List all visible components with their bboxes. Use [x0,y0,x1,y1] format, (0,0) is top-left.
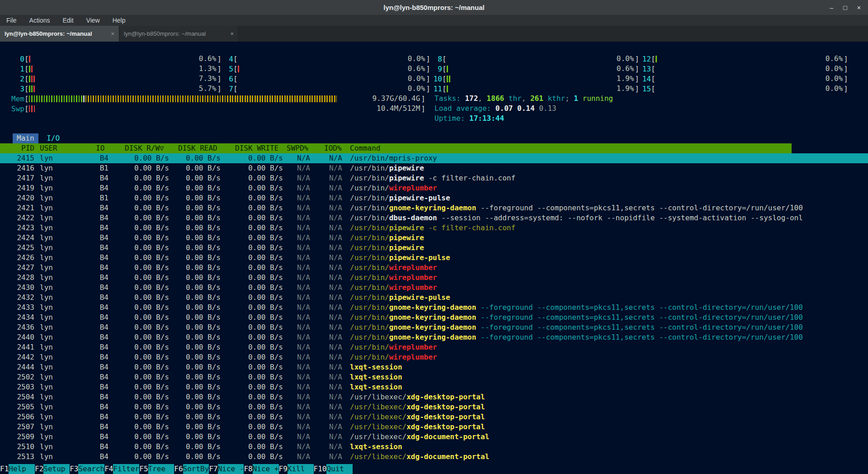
column-header-iod[interactable]: IOD% [324,143,342,153]
terminal-htop[interactable]: 0[0.6%]4[0.0%]8[0.0%]12[0.6%]1[1.3%]5[0.… [0,42,868,474]
htop-tab-io[interactable]: I/O [42,133,64,143]
iod-pct: N/A [306,352,342,362]
process-row-2425[interactable]: 2425lynB40.00 B/s0.00 B/s0.00 B/sN/AN/A/… [0,243,868,253]
tasks-summary: Tasks: 172, 1866 thr, 261 kthr; 1 runnin… [434,94,613,104]
user: lyn [40,153,80,163]
process-row-2424[interactable]: 2424lynB40.00 B/s0.00 B/s0.00 B/sN/AN/A/… [0,233,868,243]
process-row-2420[interactable]: 2420lynB10.00 B/s0.00 B/s0.00 B/sN/AN/A/… [0,193,868,203]
process-row-2428[interactable]: 2428lynB40.00 B/s0.00 B/s0.00 B/sN/AN/A/… [0,273,868,283]
process-row-2434[interactable]: 2434lynB40.00 B/s0.00 B/s0.00 B/sN/AN/A/… [0,313,868,322]
process-row-2433[interactable]: 2433lynB40.00 B/s0.00 B/s0.00 B/sN/AN/A/… [0,303,868,313]
process-row-2509[interactable]: 2509lynB40.00 B/s0.00 B/s0.00 B/sN/AN/A/… [0,432,868,442]
column-header-cmd[interactable]: Command [350,143,380,153]
menu-item-edit[interactable]: Edit [62,17,73,24]
user: lyn [40,193,80,203]
fn-key-f8: F8 [244,464,252,474]
process-row-2505[interactable]: 2505lynB40.00 B/s0.00 B/s0.00 B/sN/AN/A/… [0,402,868,412]
window-titlebar: lyn@lyn-b850mprors: ~/manual – □ × [0,0,868,15]
column-header-io[interactable]: IO [96,143,104,153]
process-row-2422[interactable]: 2422lynB40.00 B/s0.00 B/s0.00 B/sN/AN/A/… [0,213,868,223]
disk-read: 0.00 B/s [166,352,221,362]
process-row-2436[interactable]: 2436lynB40.00 B/s0.00 B/s0.00 B/sN/AN/A/… [0,322,868,332]
process-row-2506[interactable]: 2506lynB40.00 B/s0.00 B/s0.00 B/sN/AN/A/… [0,412,868,422]
process-row-2510[interactable]: 2510lynB40.00 B/s0.00 B/s0.00 B/sN/AN/Al… [0,442,868,452]
swpd-pct: N/A [274,332,310,342]
process-row-2503[interactable]: 2503lynB40.00 B/s0.00 B/s0.00 B/sN/AN/Al… [0,382,868,392]
disk-rw: 0.00 B/s [115,173,169,183]
fn-key-f9: F9 [279,464,288,474]
fn-action-nice+[interactable]: Nice + [253,464,279,474]
swpd-pct: N/A [274,243,310,253]
swpd-pct: N/A [274,322,310,332]
close-button-icon[interactable]: × [857,4,861,11]
pid: 2416 [4,163,34,173]
io-priority: B4 [81,293,108,303]
htop-tab-main[interactable]: Main [13,133,38,143]
menu-item-help[interactable]: Help [113,17,126,24]
column-header-swpd[interactable]: SWPD% [287,143,308,153]
process-row-2432[interactable]: 2432lynB40.00 B/s0.00 B/s0.00 B/sN/AN/A/… [0,293,868,303]
process-row-2426[interactable]: 2426lynB40.00 B/s0.00 B/s0.00 B/sN/AN/A/… [0,253,868,263]
fn-action-sortby[interactable]: SortBy [183,464,209,474]
tab-close-icon[interactable]: × [230,30,234,37]
process-row-2417[interactable]: 2417lynB40.00 B/s0.00 B/s0.00 B/sN/AN/A/… [0,173,868,183]
user: lyn [40,203,80,213]
disk-rw: 0.00 B/s [115,213,169,223]
fn-action-quit[interactable]: Quit [326,464,353,474]
menu-item-file[interactable]: File [6,17,17,24]
process-row-2441[interactable]: 2441lynB40.00 B/s0.00 B/s0.00 B/sN/AN/A/… [0,342,868,352]
fn-action-nice-[interactable]: Nice - [218,464,244,474]
process-row-2440[interactable]: 2440lynB40.00 B/s0.00 B/s0.00 B/sN/AN/A/… [0,332,868,342]
disk-rw: 0.00 B/s [115,412,169,422]
menu-item-actions[interactable]: Actions [29,17,50,24]
column-header-read[interactable]: DISK READ [178,143,217,153]
pid: 2440 [4,332,34,342]
column-header-rw[interactable]: DISK R/W▽ [125,143,164,153]
pid: 2415 [4,153,34,163]
process-row-2421[interactable]: 2421lynB40.00 B/s0.00 B/s0.00 B/sN/AN/A/… [0,203,868,213]
command: lxqt-session [350,382,868,392]
process-row-2444[interactable]: 2444lynB40.00 B/s0.00 B/s0.00 B/sN/AN/Al… [0,362,868,372]
fn-action-kill[interactable]: Kill [288,464,314,474]
terminal-tab-1[interactable]: lyn@lyn-b850mprors: ~/manual× [0,26,119,42]
command: /usr/libexec/xdg-desktop-portal [350,392,868,402]
column-header-pid[interactable]: PID [4,143,34,153]
process-row-2502[interactable]: 2502lynB40.00 B/s0.00 B/s0.00 B/sN/AN/Al… [0,372,868,382]
tab-close-icon[interactable]: × [111,30,114,37]
fn-action-help[interactable]: Help [9,464,35,474]
process-row-2442[interactable]: 2442lynB40.00 B/s0.00 B/s0.00 B/sN/AN/A/… [0,352,868,362]
cpu-meter-6: 6[0.0%] [222,74,430,84]
io-priority: B4 [81,332,108,342]
process-row-2430[interactable]: 2430lynB40.00 B/s0.00 B/s0.00 B/sN/AN/A/… [0,283,868,293]
command: /usr/bin/pipewire [350,163,868,173]
maximize-button-icon[interactable]: □ [843,4,847,11]
menu-item-view[interactable]: View [86,17,100,24]
process-row-2423[interactable]: 2423lynB40.00 B/s0.00 B/s0.00 B/sN/AN/A/… [0,223,868,233]
process-row-2507[interactable]: 2507lynB40.00 B/s0.00 B/s0.00 B/sN/AN/A/… [0,422,868,432]
process-row-2415[interactable]: 2415lynB40.00 B/s0.00 B/s0.00 B/sN/AN/A/… [0,153,868,163]
column-header-write[interactable]: DISK WRITE [235,143,278,153]
disk-read: 0.00 B/s [166,442,221,452]
process-table: 2415lynB40.00 B/s0.00 B/s0.00 B/sN/AN/A/… [0,153,868,462]
fn-action-setup[interactable]: Setup [43,464,70,474]
disk-read: 0.00 B/s [166,332,221,342]
iod-pct: N/A [306,382,342,392]
fn-key-f2: F2 [35,464,43,474]
io-priority: B4 [81,153,108,163]
user: lyn [40,382,80,392]
iod-pct: N/A [306,293,342,303]
iod-pct: N/A [306,253,342,263]
process-row-2513[interactable]: 2513lynB40.00 B/s0.00 B/s0.00 B/sN/AN/A/… [0,452,868,462]
fn-action-search[interactable]: Search [78,464,104,474]
io-priority: B4 [81,303,108,313]
terminal-tab-2[interactable]: lyn@lyn-b850mprors: ~/manual× [119,26,239,42]
cpu-meter-4: 4[0.0%] [222,54,430,64]
process-row-2504[interactable]: 2504lynB40.00 B/s0.00 B/s0.00 B/sN/AN/A/… [0,392,868,402]
minimize-button-icon[interactable]: – [830,4,834,11]
fn-action-tree[interactable]: Tree [148,464,175,474]
process-row-2427[interactable]: 2427lynB40.00 B/s0.00 B/s0.00 B/sN/AN/A/… [0,263,868,273]
process-row-2416[interactable]: 2416lynB10.00 B/s0.00 B/s0.00 B/sN/AN/A/… [0,163,868,173]
fn-action-filter[interactable]: Filter [113,464,139,474]
column-header-user[interactable]: USER [40,143,57,153]
process-row-2419[interactable]: 2419lynB40.00 B/s0.00 B/s0.00 B/sN/AN/A/… [0,183,868,193]
